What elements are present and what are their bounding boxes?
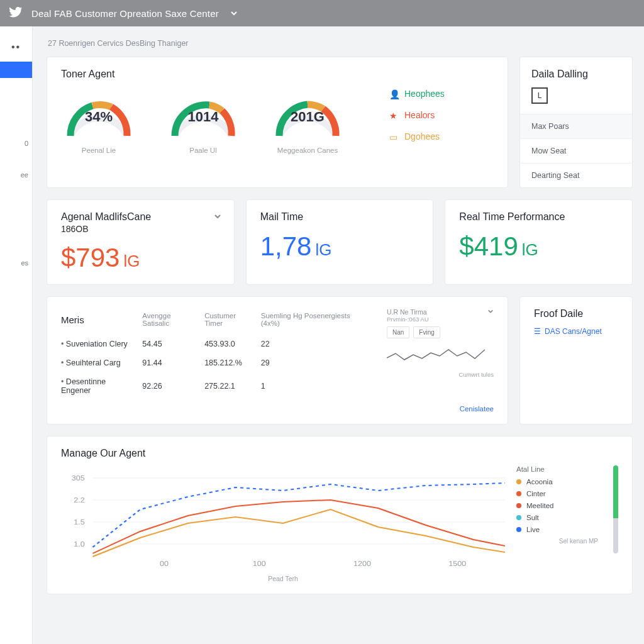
- sidebar-item[interactable]: ee: [0, 171, 32, 179]
- table-row[interactable]: Desentinne Engener92.26275.22.11: [61, 372, 375, 400]
- manage-title: Manage Our Agent: [61, 448, 618, 459]
- svg-text:1.5: 1.5: [74, 519, 85, 526]
- gauge-0: 34% Peenal Lie: [61, 89, 136, 154]
- manage-chart: 305 2.2 1.5 1.0: [61, 465, 505, 582]
- daila-card: Daila Dalling L Max Poars Mow Seat Deart…: [519, 57, 633, 188]
- meris-card: Meris Avengge Satisalic Custumer Timer S…: [47, 296, 508, 425]
- gauge-label: Meggeakon Canes: [277, 147, 338, 154]
- froof-card: Froof Daile ☰ DAS Cans/Agnet: [519, 296, 633, 425]
- kpi-value: $793lG: [61, 243, 220, 273]
- meris-footer-link[interactable]: Cenislatee: [61, 405, 494, 413]
- manage-footer: Sel kenan MP: [516, 538, 598, 545]
- daila-option[interactable]: Max Poars: [520, 114, 632, 138]
- sparkline-panel: U.R Ne Tirma Prvmin-:063 AU Nan Fving Cu…: [387, 308, 494, 400]
- top-bar: Deal FAB Customer Opreation Saxe Center: [0, 0, 644, 26]
- legend-item[interactable]: Meelited: [516, 502, 598, 509]
- legend-item[interactable]: 👤Heophees: [389, 89, 445, 99]
- table-row[interactable]: Seuihteral Carg91.44185.212.%29: [61, 353, 375, 372]
- daila-option[interactable]: Dearting Seat: [520, 163, 632, 187]
- svg-text:305: 305: [72, 475, 85, 482]
- svg-text:2.2: 2.2: [74, 497, 85, 504]
- sidebar: •• 0 ee es: [0, 26, 33, 644]
- main-content: 27 Roenrigen Cervics DesBing Thaniger To…: [33, 26, 644, 644]
- kpi-title: Mail Time: [260, 211, 419, 223]
- svg-text:1200: 1200: [353, 560, 371, 567]
- spark-tab[interactable]: Nan: [387, 326, 409, 338]
- bird-logo-icon: [9, 6, 23, 20]
- calendar-icon[interactable]: L: [531, 87, 548, 104]
- svg-text:1500: 1500: [448, 560, 466, 567]
- toner-legend: 👤Heophees ★Healors ▭Dgohees: [389, 89, 445, 142]
- table-row[interactable]: Suveniation Clery54.45453.93.022: [61, 335, 375, 353]
- app-title: Deal FAB Customer Opreation Saxe Center: [31, 8, 219, 19]
- kpi-agenal: Agenal MadlifsCane 186OB $793lG: [47, 199, 235, 285]
- gauge-1: 1014 Paale Ul: [165, 89, 241, 154]
- gauge-value: 34%: [85, 109, 113, 125]
- svg-text:00: 00: [160, 560, 169, 567]
- manage-legend: Atal Line Acoonia Cinter Meelited Sult L…: [516, 465, 598, 582]
- toner-agent-card: Toner Agent 34% Peenal Lie 1014 Paale Ul: [47, 57, 508, 188]
- sidebar-active-indicator[interactable]: [0, 62, 32, 78]
- spark-tab[interactable]: Fving: [413, 326, 440, 338]
- xlabel: Pead Terh: [61, 575, 505, 582]
- person-icon: 👤: [389, 89, 398, 98]
- gauge-label: Peenal Lie: [82, 147, 116, 154]
- legend-item[interactable]: Acoonia: [516, 478, 598, 486]
- col-name: Meris: [61, 308, 142, 335]
- legend-item[interactable]: Cinter: [516, 490, 598, 497]
- daila-title: Daila Dalling: [520, 69, 632, 87]
- sparkline-chart: [387, 342, 487, 367]
- sidebar-menu-icon[interactable]: ••: [11, 42, 21, 53]
- chevron-down-icon[interactable]: [230, 9, 238, 17]
- kpi-value: 1,78lG: [260, 231, 419, 262]
- toner-title: Toner Agent: [61, 69, 494, 80]
- froof-link[interactable]: ☰ DAS Cans/Agnet: [534, 327, 618, 336]
- sidebar-item[interactable]: 0: [0, 140, 32, 147]
- spark-caption: Cumwrt tules: [387, 371, 494, 378]
- kpi-title: Real Time Performance: [459, 211, 618, 223]
- gauge-row: 34% Peenal Lie 1014 Paale Ul 201G Meggea…: [61, 89, 494, 154]
- list-icon: ☰: [534, 327, 541, 336]
- chevron-down-icon[interactable]: [214, 213, 221, 220]
- legend-item[interactable]: Sult: [516, 514, 598, 521]
- chevron-down-icon[interactable]: [487, 308, 494, 314]
- star-icon: ★: [389, 111, 398, 119]
- col-h: Custumer Timer: [204, 308, 261, 335]
- kpi-realtime: Real Time Performance $419lG: [445, 199, 633, 285]
- daila-option[interactable]: Mow Seat: [520, 138, 632, 163]
- sidebar-item[interactable]: es: [0, 259, 32, 267]
- col-h: Suemling Hg Posenergiests (4x%): [261, 308, 375, 335]
- col-h: Avengge Satisalic: [142, 308, 204, 335]
- meris-table: Meris Avengge Satisalic Custumer Timer S…: [61, 308, 375, 400]
- vertical-progress-bar[interactable]: [613, 465, 618, 553]
- gauge-label: Paale Ul: [189, 147, 216, 154]
- svg-text:100: 100: [253, 560, 266, 567]
- kpi-mailtime: Mail Time 1,78lG: [246, 199, 434, 285]
- breadcrumb: 27 Roenrigen Cervics DesBing Thaniger: [48, 39, 633, 48]
- svg-text:1.0: 1.0: [74, 541, 85, 548]
- kpi-title: Agenal MadlifsCane: [61, 211, 220, 223]
- tag-icon: ▭: [389, 132, 398, 141]
- kpi-value: $419lG: [459, 231, 618, 262]
- gauge-value: 1014: [188, 109, 219, 125]
- kpi-subtitle: 186OB: [61, 224, 220, 234]
- legend-item[interactable]: Live: [516, 526, 598, 533]
- gauge-2: 201G Meggeakon Canes: [270, 89, 345, 154]
- legend-item[interactable]: ★Healors: [389, 110, 445, 120]
- spark-head-left: U.R Ne Tirma: [387, 308, 427, 316]
- gauge-value: 201G: [291, 109, 325, 125]
- manage-agent-card: Manage Our Agent 305: [47, 436, 633, 594]
- froof-title: Froof Daile: [534, 308, 618, 319]
- legend-item[interactable]: ▭Dgohees: [389, 131, 445, 142]
- legend-title: Atal Line: [516, 465, 598, 473]
